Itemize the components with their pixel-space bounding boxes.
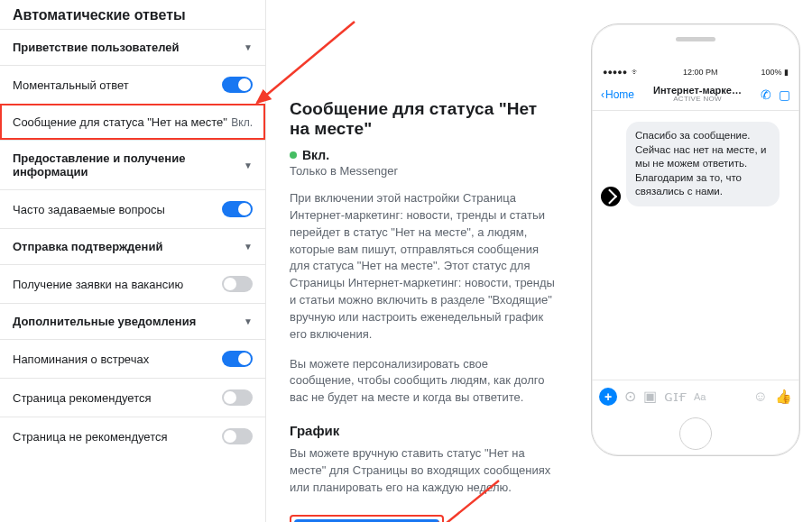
back-button[interactable]: ‹ Home xyxy=(601,88,634,101)
status-battery: 100% ▮ xyxy=(761,68,789,77)
section-info[interactable]: Предоставление и получение информации ▼ xyxy=(0,140,265,189)
message-row: Спасибо за сообщение. Сейчас нас нет на … xyxy=(601,122,790,206)
edit-button[interactable]: Редактировать xyxy=(294,519,439,522)
section-notifications[interactable]: Дополнительные уведомления ▼ xyxy=(0,303,265,339)
section-label: Отправка подтверждений xyxy=(13,240,162,253)
phone-preview: ●●●●● ᯤ 12:00 PM 100% ▮ ‹ Home Интернет-… xyxy=(591,23,800,456)
item-job-application[interactable]: Получение заявки на вакансию xyxy=(0,264,265,303)
toggle-instant-reply[interactable] xyxy=(222,77,253,93)
item-state: Вкл. xyxy=(231,116,253,129)
schedule-text: Вы можете вручную ставить статус "Нет на… xyxy=(290,445,556,497)
schedule-heading: График xyxy=(290,423,556,438)
chevron-down-icon: ▼ xyxy=(244,42,253,52)
preview-column: ●●●●● ᯤ 12:00 PM 100% ▮ ‹ Home Интернет-… xyxy=(579,0,812,522)
item-page-not-recommended[interactable]: Страница не рекомендуется xyxy=(0,417,265,455)
home-button-icon xyxy=(679,417,712,450)
item-faq[interactable]: Часто задаваемые вопросы xyxy=(0,189,265,228)
chat-footer: + ⊙ ▣ ɢɪғ Aa ☺ 👍 xyxy=(592,380,799,412)
description-1: При включении этой настройки Страница Ин… xyxy=(290,190,556,343)
toggle-page-not-recommended[interactable] xyxy=(222,428,253,444)
section-label: Приветствие пользователей xyxy=(13,41,180,54)
camera-icon[interactable]: ⊙ xyxy=(624,388,636,405)
status-text: Вкл. xyxy=(302,148,329,162)
phone-status-bar: ●●●●● ᯤ 12:00 PM 100% ▮ xyxy=(592,66,799,78)
item-meeting-reminders[interactable]: Напоминания о встречах xyxy=(0,339,265,378)
avatar xyxy=(601,187,621,206)
description-2: Вы можете персонализировать свое сообщен… xyxy=(290,356,556,408)
message-bubble: Спасибо за сообщение. Сейчас нас нет на … xyxy=(626,122,780,206)
item-away-message[interactable]: Сообщение для статуса "Нет на месте" Вкл… xyxy=(0,104,265,140)
main-pane: Сообщение для статуса "Нет на месте" Вкл… xyxy=(266,0,579,522)
speaker-icon xyxy=(676,37,715,41)
toggle-job-application[interactable] xyxy=(222,276,253,292)
call-icon[interactable]: ✆ xyxy=(761,87,771,102)
item-label: Страница не рекомендуется xyxy=(13,430,168,444)
item-label: Часто задаваемые вопросы xyxy=(13,203,165,216)
chevron-down-icon: ▼ xyxy=(244,160,253,170)
signal-icon: ●●●●● ᯤ xyxy=(603,68,640,77)
item-label: Напоминания о встречах xyxy=(13,353,149,366)
toggle-faq[interactable] xyxy=(222,201,253,217)
item-instant-reply[interactable]: Моментальный ответ xyxy=(0,65,265,104)
page-title: Сообщение для статуса "Нет на месте" xyxy=(290,99,556,139)
item-label: Моментальный ответ xyxy=(13,78,129,92)
sidebar-title: Автоматические ответы xyxy=(0,0,265,29)
toggle-meeting-reminders[interactable] xyxy=(222,351,253,367)
chat-header: ‹ Home Интернет-марке… active now ✆ ▢ xyxy=(592,78,799,111)
message-input[interactable]: Aa xyxy=(694,391,746,402)
phone-top-bezel xyxy=(592,24,799,66)
section-label: Предоставление и получение информации xyxy=(13,151,244,179)
video-icon[interactable]: ▢ xyxy=(779,87,790,102)
emoji-icon[interactable]: ☺ xyxy=(753,389,768,405)
plus-icon[interactable]: + xyxy=(599,388,617,406)
status-time: 12:00 PM xyxy=(683,68,718,77)
edit-button-highlight: Редактировать xyxy=(290,515,444,522)
item-label: Сообщение для статуса "Нет на месте" xyxy=(13,115,227,129)
item-label: Страница рекомендуется xyxy=(13,391,152,405)
chevron-down-icon: ▼ xyxy=(244,242,253,252)
item-page-recommended[interactable]: Страница рекомендуется xyxy=(0,378,265,417)
chevron-down-icon: ▼ xyxy=(244,316,253,326)
chat-body: Спасибо за сообщение. Сейчас нас нет на … xyxy=(592,111,799,380)
toggle-page-recommended[interactable] xyxy=(222,389,253,406)
chat-subtitle: active now xyxy=(638,96,757,103)
section-confirmations[interactable]: Отправка подтверждений ▼ xyxy=(0,228,265,264)
section-label: Дополнительные уведомления xyxy=(13,315,196,328)
item-label: Получение заявки на вакансию xyxy=(13,278,183,291)
messenger-only-note: Только в Messenger xyxy=(290,164,556,178)
status-dot-icon xyxy=(290,151,297,159)
like-icon[interactable]: 👍 xyxy=(775,389,792,405)
section-greeting[interactable]: Приветствие пользователей ▼ xyxy=(0,29,265,65)
gif-icon[interactable]: ɢɪғ xyxy=(664,388,687,405)
photo-icon[interactable]: ▣ xyxy=(643,388,657,405)
sidebar: Автоматические ответы Приветствие пользо… xyxy=(0,0,266,522)
status-row: Вкл. xyxy=(290,148,556,162)
